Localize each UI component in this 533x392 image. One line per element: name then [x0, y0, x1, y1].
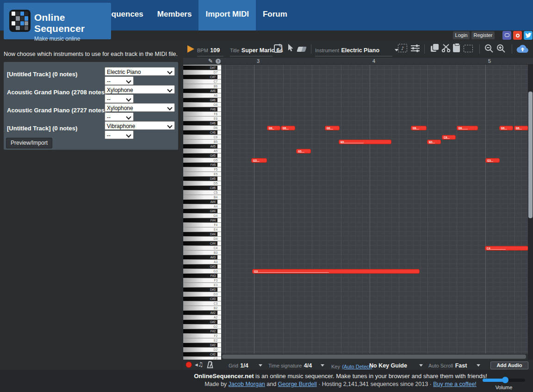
piano-key-fs2[interactable]: F#2: [183, 329, 221, 334]
metronome-icon[interactable]: [206, 361, 214, 368]
marquee-select-icon[interactable]: [464, 45, 473, 52]
piano-key-d4[interactable]: D4: [183, 237, 221, 241]
piano-key-f3[interactable]: F3: [183, 278, 221, 283]
add-audio-track-button[interactable]: Add Audio Track: [490, 361, 528, 369]
zoom-in-icon[interactable]: [496, 44, 506, 53]
edit-icon[interactable]: ✎: [274, 44, 282, 53]
piano-key-f5[interactable]: F5: [183, 167, 221, 172]
piano-key-as6[interactable]: A#6: [183, 89, 221, 93]
piano-key-g3[interactable]: G3: [183, 269, 221, 274]
piano-key-gs2[interactable]: G#2: [183, 320, 221, 325]
piano-key-cs7[interactable]: C#7: [183, 75, 221, 80]
vertical-scrollbar[interactable]: [528, 65, 533, 360]
piano-key-fs6[interactable]: F#6: [183, 107, 221, 112]
piano-key-a4[interactable]: A4: [183, 204, 221, 209]
twitter-icon[interactable]: [524, 31, 533, 40]
track-instrument-dropdown-select[interactable]: Vibraphone: [105, 122, 174, 130]
piano-key-a2[interactable]: A2: [183, 315, 221, 320]
instrument-settings-icon[interactable]: [411, 44, 420, 52]
timeline-ruler[interactable]: ✎ ? 345: [183, 58, 533, 65]
track-instrument-dropdown-select[interactable]: Electric Piano: [105, 68, 174, 76]
record-icon[interactable]: [186, 361, 192, 368]
piano-key-b3[interactable]: B3: [183, 251, 221, 255]
footer-link-jacob-morgan[interactable]: Jacob Morgan: [229, 381, 265, 387]
copy-icon[interactable]: [431, 44, 440, 52]
track-secondary-dropdown[interactable]: --: [105, 130, 134, 139]
play-icon[interactable]: [187, 45, 194, 53]
midi-note-a5[interactable]: A5: [296, 149, 311, 153]
piano-key-ds4[interactable]: D#4: [183, 232, 221, 237]
track-instrument-dropdown[interactable]: Electric Piano: [105, 67, 175, 76]
midi-note-c4[interactable]: C4: [485, 246, 528, 251]
piano-key-g5[interactable]: G5: [183, 158, 221, 163]
midi-input-icon[interactable]: ◂♫: [195, 361, 203, 368]
piano-key-cs5[interactable]: C#5: [183, 186, 221, 190]
track-secondary-dropdown-select[interactable]: --: [105, 132, 133, 140]
piano-key-b2[interactable]: B2: [183, 306, 221, 311]
piano-key-fs3[interactable]: F#3: [183, 274, 221, 278]
horizontal-scrollbar-thumb[interactable]: [222, 355, 526, 359]
volume-slider[interactable]: [483, 379, 525, 382]
piano-key-f2[interactable]: F2: [183, 334, 221, 338]
piano-key-a6[interactable]: A6: [183, 93, 221, 98]
horizontal-scrollbar[interactable]: [221, 354, 528, 360]
midi-note-d6[interactable]: D6: [325, 126, 340, 130]
piano-key-b4[interactable]: B4: [183, 195, 221, 200]
piano-key-cs3[interactable]: C#3: [183, 297, 221, 301]
footer-link-buy-me-a-coffee[interactable]: Buy me a coffee!: [433, 381, 477, 387]
note-grid[interactable]: G5D6D6A5D6B5G3D6B5C6D6C4G5D6D6: [221, 65, 528, 354]
piano-key-gs5[interactable]: G#5: [183, 153, 221, 158]
select-instrument-notes-icon[interactable]: ♪: [398, 44, 407, 52]
midi-note-d6[interactable]: D6: [411, 126, 427, 130]
piano-key-d2[interactable]: D2: [183, 348, 221, 352]
piano-key-cs2[interactable]: C#2: [183, 352, 221, 357]
piano-key-ds2[interactable]: D#2: [183, 343, 221, 348]
track-secondary-dropdown[interactable]: --: [105, 76, 134, 85]
midi-note-d6[interactable]: D6: [457, 126, 478, 130]
piano-keys-column[interactable]: D#7D7C#7C7B6A#6A6G#6G6F#6F6E6D#6D6C#6C6B…: [183, 65, 221, 360]
footer-link-george-burdell[interactable]: George Burdell: [278, 381, 317, 387]
piano-key-c6[interactable]: C6: [183, 135, 221, 140]
piano-key-f4[interactable]: F4: [183, 223, 221, 227]
midi-note-g3[interactable]: G3: [252, 269, 420, 274]
discord-icon[interactable]: [502, 31, 511, 40]
piano-key-fs5[interactable]: F#5: [183, 163, 221, 167]
track-instrument-dropdown-select[interactable]: Xylophone: [105, 104, 174, 112]
register-button[interactable]: Register: [471, 31, 495, 39]
auto-detect-link[interactable]: (Auto Detect): [342, 364, 372, 369]
nav-tab-import-midi[interactable]: Import MIDI: [198, 0, 256, 31]
piano-key-ds7[interactable]: D#7: [183, 66, 221, 70]
piano-key-e4[interactable]: E4: [183, 227, 221, 232]
piano-key-fs4[interactable]: F#4: [183, 218, 221, 223]
track-instrument-dropdown[interactable]: Vibraphone: [105, 121, 175, 130]
track-secondary-dropdown-select[interactable]: --: [105, 114, 133, 122]
cut-icon[interactable]: [441, 44, 451, 52]
piano-key-c3[interactable]: C3: [183, 301, 221, 306]
title-field[interactable]: Title Super Mario 64: [230, 46, 273, 56]
piano-key-a3[interactable]: A3: [183, 260, 221, 264]
midi-note-d6[interactable]: D6: [514, 126, 528, 130]
piano-key-d7[interactable]: D7: [183, 70, 221, 75]
track-secondary-dropdown[interactable]: --: [105, 94, 134, 103]
piano-key-e3[interactable]: E3: [183, 283, 221, 288]
pencil-icon[interactable]: ✎: [208, 58, 213, 64]
vertical-scrollbar-thumb[interactable]: [528, 92, 533, 218]
logo-block[interactable]: Online Sequencer Make music online: [4, 3, 111, 39]
midi-note-b5[interactable]: B5: [339, 140, 391, 144]
piano-key-gs6[interactable]: G#6: [183, 98, 221, 103]
midi-note-c6[interactable]: C6: [442, 135, 456, 140]
midi-note-g5[interactable]: G5: [485, 158, 500, 163]
piano-key-b5[interactable]: B5: [183, 140, 221, 144]
cursor-icon[interactable]: [288, 44, 294, 52]
reddit-icon[interactable]: [513, 31, 522, 40]
volume-slider-thumb[interactable]: [502, 377, 508, 383]
piano-key-e2[interactable]: E2: [183, 338, 221, 343]
piano-key-f6[interactable]: F6: [183, 112, 221, 116]
zoom-out-icon[interactable]: [484, 44, 494, 53]
midi-note-g5[interactable]: G5: [251, 158, 267, 163]
piano-key-d6[interactable]: D6: [183, 126, 221, 130]
piano-key-d3[interactable]: D3: [183, 292, 221, 297]
piano-key-cs6[interactable]: C#6: [183, 130, 221, 135]
piano-key-gs4[interactable]: G#4: [183, 209, 221, 214]
piano-key-as5[interactable]: A#5: [183, 144, 221, 149]
